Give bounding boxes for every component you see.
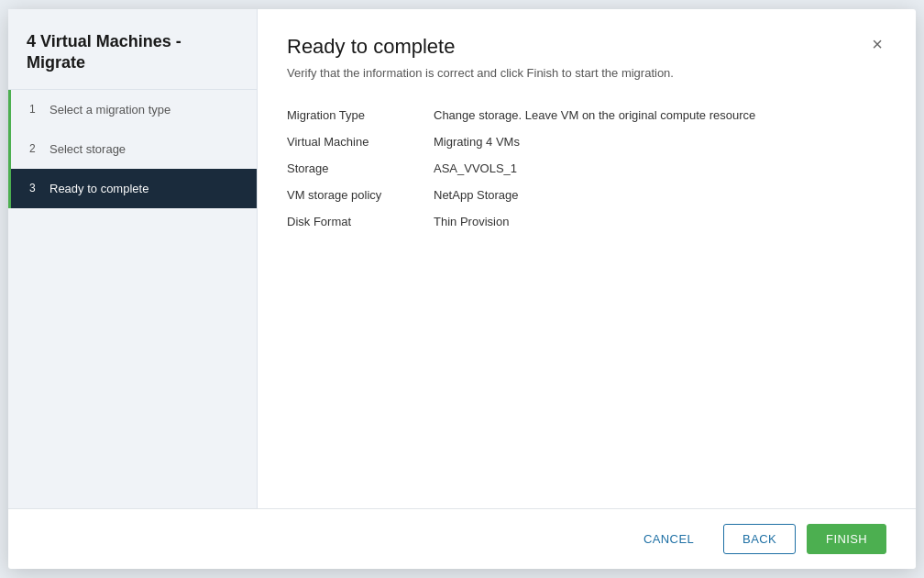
info-label: Storage <box>287 155 434 182</box>
table-row: Disk Format Thin Provision <box>287 208 886 235</box>
step-number: 1 <box>29 103 42 116</box>
info-label: Disk Format <box>287 208 434 235</box>
step-label: Select a migration type <box>50 103 170 117</box>
dialog-footer: CANCEL BACK FINISH <box>8 508 916 569</box>
table-row: VM storage policy NetApp Storage <box>287 182 886 208</box>
table-row: Storage ASA_VVOLS_1 <box>287 155 886 182</box>
table-row: Migration Type Change storage. Leave VM … <box>287 102 886 128</box>
dialog-body: 4 Virtual Machines - Migrate 1 Select a … <box>8 9 916 508</box>
info-value: Thin Provision <box>434 208 886 235</box>
main-content: Ready to complete × Verify that the info… <box>258 9 916 508</box>
step-number: 3 <box>29 182 42 195</box>
page-title: Ready to complete <box>287 35 455 59</box>
step-number: 2 <box>29 142 42 155</box>
dialog: 4 Virtual Machines - Migrate 1 Select a … <box>8 9 916 569</box>
info-value: Migrating 4 VMs <box>434 128 886 155</box>
cancel-button[interactable]: CANCEL <box>625 525 712 553</box>
sidebar-step-3[interactable]: 3 Ready to complete <box>8 169 257 208</box>
finish-button[interactable]: FINISH <box>807 524 886 554</box>
info-label: Migration Type <box>287 102 434 128</box>
info-label: VM storage policy <box>287 182 434 208</box>
info-label: Virtual Machine <box>287 128 434 155</box>
close-button[interactable]: × <box>868 35 886 53</box>
back-button[interactable]: BACK <box>723 524 796 554</box>
info-value: ASA_VVOLS_1 <box>434 155 886 182</box>
sidebar-title: 4 Virtual Machines - Migrate <box>8 9 257 90</box>
sidebar: 4 Virtual Machines - Migrate 1 Select a … <box>8 9 258 508</box>
step-label: Select storage <box>50 142 126 156</box>
sidebar-step-1[interactable]: 1 Select a migration type <box>8 90 257 129</box>
info-value: NetApp Storage <box>434 182 886 208</box>
sidebar-step-2[interactable]: 2 Select storage <box>8 129 257 169</box>
info-value: Change storage. Leave VM on the original… <box>434 102 886 128</box>
info-table: Migration Type Change storage. Leave VM … <box>287 102 886 235</box>
step-label: Ready to complete <box>50 182 148 195</box>
sidebar-steps: 1 Select a migration type2 Select storag… <box>8 90 257 208</box>
dialog-subtitle: Verify that the information is correct a… <box>287 66 886 80</box>
table-row: Virtual Machine Migrating 4 VMs <box>287 128 886 155</box>
dialog-header: Ready to complete × <box>287 35 886 59</box>
